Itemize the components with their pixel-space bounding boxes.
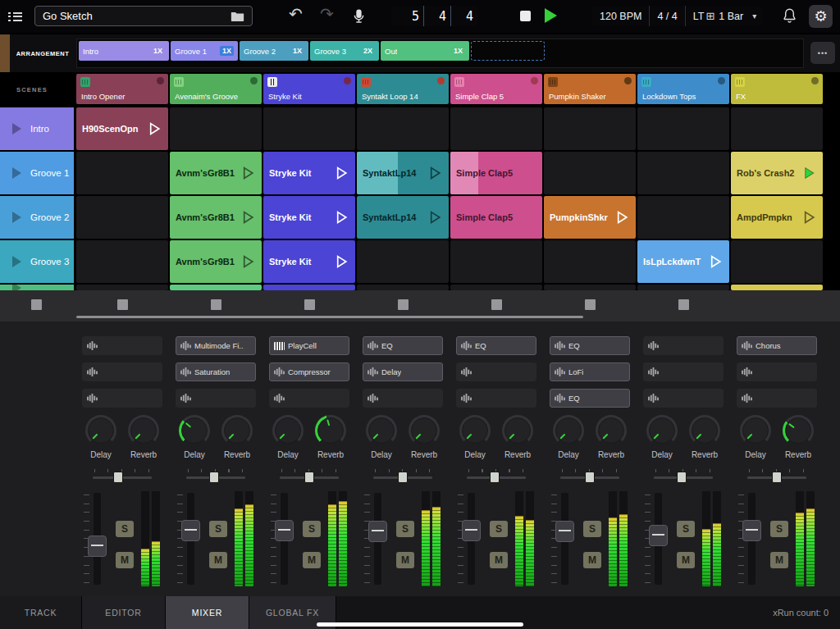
fx-slot[interactable] xyxy=(643,362,724,381)
record-dot[interactable] xyxy=(624,77,632,84)
fx-slot[interactable]: Chorus xyxy=(737,336,817,355)
arrangement-empty-slot[interactable] xyxy=(471,41,545,61)
record-dot[interactable] xyxy=(531,77,538,84)
clip-cell[interactable]: PumpkinShkr xyxy=(544,196,636,239)
settings-button[interactable]: ⚙ xyxy=(809,5,833,28)
mute-button[interactable]: M xyxy=(583,552,601,568)
track-header[interactable]: Pumpkin Shaker xyxy=(544,74,636,104)
mute-button[interactable]: M xyxy=(209,552,227,568)
clip-cell[interactable] xyxy=(637,152,729,194)
tab[interactable]: EDITOR xyxy=(82,596,166,629)
volume-fader-handle[interactable] xyxy=(742,520,761,541)
fx-slot[interactable]: LoFi xyxy=(550,362,630,381)
mute-button[interactable]: M xyxy=(677,552,695,568)
fx-slot[interactable]: EQ xyxy=(363,336,443,355)
fx-slot[interactable] xyxy=(737,389,817,408)
reverb-send-knob[interactable] xyxy=(409,415,440,446)
fx-slot[interactable] xyxy=(176,389,256,408)
mic-icon[interactable] xyxy=(351,7,367,25)
scene-launch-button[interactable]: Groove 2 xyxy=(0,196,74,239)
tab[interactable]: TRACK xyxy=(0,596,82,629)
volume-fader-handle[interactable] xyxy=(88,536,107,557)
fx-slot[interactable]: Multimode Fi.. xyxy=(176,336,256,355)
clip-cell[interactable]: IsLpLckdwnT xyxy=(637,240,729,283)
pan-slider[interactable] xyxy=(654,469,713,483)
clip-cell[interactable] xyxy=(637,107,729,150)
scene-launch-button[interactable]: Groove 3 xyxy=(0,240,74,283)
clip-cell[interactable] xyxy=(76,240,168,283)
solo-button[interactable]: S xyxy=(303,521,321,537)
clip-cell[interactable] xyxy=(76,196,168,239)
record-dot[interactable] xyxy=(344,77,351,84)
pan-slider[interactable] xyxy=(467,469,526,483)
clip-cell[interactable]: H90ScenOpn xyxy=(76,107,168,150)
fx-slot[interactable]: EQ xyxy=(550,336,630,355)
track-stop-button[interactable] xyxy=(491,299,502,310)
fx-slot[interactable]: EQ xyxy=(550,389,630,408)
pan-slider[interactable] xyxy=(186,469,245,483)
delay-send-knob[interactable] xyxy=(366,415,397,446)
clip-cell[interactable] xyxy=(357,107,449,150)
clip-cell[interactable]: SyntaktLp14 xyxy=(357,152,449,194)
arrangement-clip[interactable]: Intro 1X xyxy=(79,41,169,61)
track-header[interactable]: Avenaim's Groove xyxy=(170,74,262,104)
track-stop-button[interactable] xyxy=(398,299,409,310)
tab[interactable]: MIXER xyxy=(166,596,249,629)
record-dot[interactable] xyxy=(157,77,164,84)
clip-cell[interactable] xyxy=(263,285,355,290)
scene-launch-button[interactable]: Intro xyxy=(0,107,74,150)
fx-slot[interactable] xyxy=(82,362,162,381)
fx-slot[interactable] xyxy=(363,389,443,408)
clip-cell[interactable] xyxy=(450,240,542,283)
undo-icon[interactable]: ↶ xyxy=(289,4,303,24)
clip-cell[interactable]: Simple Clap5 xyxy=(450,152,542,194)
track-stop-button[interactable] xyxy=(211,299,221,310)
volume-fader-handle[interactable] xyxy=(181,520,200,541)
arrangement-clip[interactable]: Groove 1 1X xyxy=(171,41,238,61)
fx-slot[interactable] xyxy=(82,389,162,408)
bell-icon[interactable] xyxy=(781,7,798,25)
scene-launch-button[interactable]: Groove 1 xyxy=(0,152,74,194)
fx-slot[interactable] xyxy=(456,389,536,408)
clip-cell[interactable] xyxy=(357,240,449,283)
delay-send-knob[interactable] xyxy=(740,415,771,446)
pan-slider[interactable] xyxy=(373,469,432,483)
play-button[interactable] xyxy=(545,8,557,23)
clip-cell[interactable]: Stryke Kit xyxy=(263,152,355,194)
delay-send-knob[interactable] xyxy=(646,415,678,446)
solo-button[interactable]: S xyxy=(116,521,134,537)
track-header[interactable]: Intro Opener xyxy=(76,74,168,104)
pan-handle[interactable] xyxy=(490,472,500,483)
fx-slot[interactable]: PlayCell xyxy=(269,336,349,355)
arrangement-clip[interactable]: Out 1X xyxy=(381,41,469,61)
fx-slot[interactable]: EQ xyxy=(456,336,536,355)
pan-handle[interactable] xyxy=(585,472,595,483)
pan-handle[interactable] xyxy=(209,472,219,483)
clip-cell[interactable]: Rob's Crash2 xyxy=(731,152,823,194)
reverb-send-knob[interactable] xyxy=(689,415,720,446)
volume-fader-handle[interactable] xyxy=(462,520,481,541)
clip-cell[interactable]: Avnm'sGr8B1 xyxy=(170,152,262,194)
pan-slider[interactable] xyxy=(93,469,152,483)
time-signature[interactable]: 4 / 4 xyxy=(650,11,684,22)
pan-handle[interactable] xyxy=(677,472,687,483)
record-dot[interactable] xyxy=(718,77,725,84)
redo-icon[interactable]: ↷ xyxy=(320,4,334,24)
pan-handle[interactable] xyxy=(398,472,408,483)
reverb-send-knob[interactable] xyxy=(221,415,253,446)
clip-cell[interactable]: Simple Clap5 xyxy=(450,196,542,239)
pan-slider[interactable] xyxy=(747,469,806,483)
home-indicator[interactable] xyxy=(317,622,523,627)
record-dot[interactable] xyxy=(250,77,258,84)
chevron-down-icon[interactable]: ▾ xyxy=(751,11,763,21)
fx-slot[interactable] xyxy=(643,389,724,408)
clip-cell[interactable] xyxy=(450,285,542,290)
clip-cell[interactable] xyxy=(637,285,729,290)
track-stop-button[interactable] xyxy=(585,299,596,310)
fx-slot[interactable] xyxy=(269,389,349,408)
mute-button[interactable]: M xyxy=(770,552,788,568)
delay-send-knob[interactable] xyxy=(553,415,584,446)
reverb-send-knob[interactable] xyxy=(502,415,533,446)
delay-send-knob[interactable] xyxy=(179,415,210,446)
solo-button[interactable]: S xyxy=(583,521,601,537)
